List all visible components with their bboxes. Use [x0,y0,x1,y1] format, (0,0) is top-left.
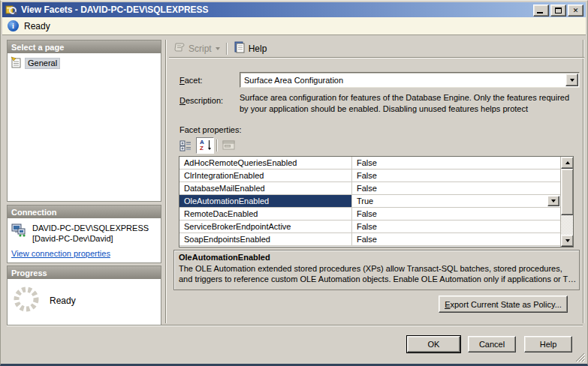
toolbar-separator [226,43,228,55]
table-row[interactable]: RemoteDacEnabled False [179,208,573,220]
minimize-button[interactable] [533,4,549,16]
minimize-icon [537,12,543,14]
select-page-panel: Select a page General [7,40,161,202]
table-row[interactable]: DatabaseMailEnabled False [179,182,573,195]
chevron-up-icon [565,161,570,164]
progress-status: Ready [50,296,76,306]
chevron-down-icon [565,239,570,242]
facet-properties-label: Facet properties: [179,125,242,134]
progress-header: Progress [8,266,161,279]
property-pages-button[interactable] [220,137,238,154]
scroll-down-button[interactable] [561,235,574,247]
value-dropdown-button[interactable] [547,196,559,206]
progress-panel: Progress Ready [7,266,161,326]
window-title: View Facets - DAVID-PC-DEV\SQLEXPRESS [21,4,209,15]
info-icon: i [8,20,19,32]
help-toolbar-button[interactable]: Help [231,40,270,57]
script-icon [173,41,185,56]
alphabetical-button[interactable]: A Z [196,137,214,154]
close-button[interactable]: ✕ [568,4,583,16]
ok-button-frame: OK [406,335,461,353]
connection-header: Connection [8,206,161,218]
scroll-up-button[interactable] [561,157,574,169]
close-icon: ✕ [573,7,579,14]
property-info-panel: OleAutomationEnabled The OLE Automation … [173,250,580,290]
cancel-button[interactable]: Cancel [468,336,516,352]
chevron-down-icon [570,79,574,82]
titlebar[interactable]: View Facets - DAVID-PC-DEV\SQLEXPRESS ✕ [2,2,586,17]
categorized-icon [179,140,192,152]
table-row-selected[interactable]: OleAutomationEnabled True [179,195,573,208]
facet-value: Surface Area Configuration [244,76,565,85]
footer-divider [7,325,583,326]
view-facets-icon [5,4,17,16]
ptool-separator [216,140,218,152]
script-dropdown-icon[interactable] [216,47,220,50]
view-connection-properties-link[interactable]: View connection properties [11,249,110,258]
facet-dropdown-button[interactable] [565,74,578,86]
sidebar-item-general[interactable]: General [11,56,161,70]
table-row[interactable]: SoapEndpointsEnabled False [179,233,573,246]
select-page-header: Select a page [8,40,161,53]
sort-az-icon: A Z [199,140,211,152]
status-strip: i Ready [2,17,586,35]
facet-combobox[interactable]: Surface Area Configuration [240,72,580,88]
sidebar-item-label[interactable]: General [25,58,60,69]
sidebar-main-divider [165,40,167,323]
script-button[interactable]: Script [170,40,223,57]
export-policy-button[interactable]: Export Current State as Policy... [439,296,568,313]
resize-grip[interactable] [574,352,585,362]
property-grid-toolbar: A Z [176,136,238,154]
facet-description: Surface area configuration for features … [240,92,574,115]
maximize-icon [555,8,562,14]
connection-server: DAVID-PC-DEV\SQLEXPRESS [32,223,149,233]
scrollbar-thumb[interactable] [561,169,574,215]
script-label: Script [188,44,212,54]
connection-panel: Connection DAVID-PC-DEV\SQLEXPRESS [Davi… [7,205,161,263]
facet-properties-grid[interactable]: AdHocRemoteQueriesEnabled False ClrInteg… [179,156,574,248]
help-icon [234,41,246,56]
property-info-text: The OLE Automation extended stored proce… [179,263,578,284]
table-row[interactable]: ClrIntegrationEnabled False [179,170,573,182]
property-pages-icon [222,140,236,151]
view-facets-dialog: View Facets - DAVID-PC-DEV\SQLEXPRESS ✕ … [0,0,588,366]
table-row[interactable]: ServiceBrokerEndpointActive False [179,220,573,233]
ok-button[interactable]: OK [407,336,460,352]
main-right-divider [583,40,584,323]
main-toolbar: Script Help [170,40,270,57]
progress-spinner-icon [12,285,41,316]
help-toolbar-label: Help [249,44,267,54]
property-info-title: OleAutomationEnabled [179,253,574,262]
grid-scrollbar[interactable] [560,157,573,247]
connection-info: DAVID-PC-DEV\SQLEXPRESS [David-PC-Dev\Da… [11,223,161,244]
facet-label: Facet: [179,76,203,85]
help-button[interactable]: Help [524,336,572,352]
status-text: Ready [24,21,50,32]
connection-user: [David-PC-Dev\David] [32,233,149,244]
categorized-button[interactable] [176,137,194,154]
server-icon [11,223,28,244]
page-icon [11,56,23,70]
maximize-button[interactable] [550,4,566,16]
toolbar-divider [169,57,584,58]
table-row[interactable]: AdHocRemoteQueriesEnabled False [179,157,573,170]
description-label: Description: [179,96,223,105]
chevron-down-icon [551,200,556,202]
